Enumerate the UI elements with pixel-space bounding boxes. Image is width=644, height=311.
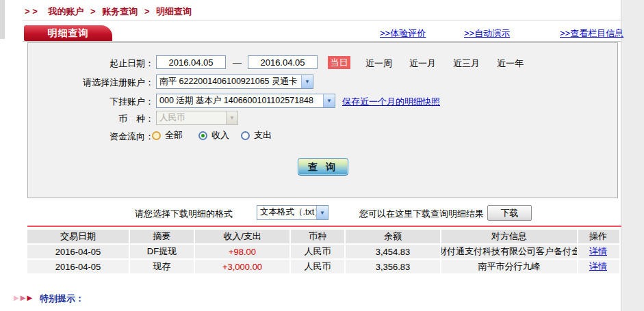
registered-account-value: 南平 6222001406100921065 灵通卡 bbox=[157, 75, 301, 88]
detail-query-page: > > 我的账户 > 账务查询 > 明细查询 明细查询 >>体验评价 >>自动演… bbox=[0, 0, 644, 311]
notice-arrows-icon: ▶▶▶ bbox=[14, 294, 34, 301]
link-auto-demo[interactable]: >>自动演示 bbox=[464, 27, 510, 40]
tab-detail-query[interactable]: 明细查询 bbox=[24, 25, 112, 41]
tab-label: 明细查询 bbox=[48, 27, 89, 38]
header-balance: 余额 bbox=[346, 230, 441, 243]
header-date: 交易日期 bbox=[27, 230, 130, 243]
breadcrumb-divider bbox=[23, 20, 621, 21]
quick-range-year[interactable]: 近一年 bbox=[497, 57, 524, 70]
sub-account-select[interactable]: 000 活期 基本户 1406600101102571848 ▼ bbox=[156, 94, 335, 108]
cell-date: 2016-04-05 bbox=[27, 245, 130, 258]
breadcrumb: > > 我的账户 > 账务查询 > 明细查询 bbox=[25, 5, 192, 18]
radio-icon bbox=[152, 131, 161, 140]
detail-link[interactable]: 详情 bbox=[589, 245, 607, 258]
date-from-input[interactable] bbox=[156, 55, 226, 69]
date-range-separator: — bbox=[233, 57, 242, 68]
radio-flow-expense[interactable]: 支出 bbox=[241, 129, 272, 141]
tab-divider bbox=[23, 41, 621, 42]
results-table: 交易日期 摘要 收入/支出 币种 余额 对方信息 操作 2016-04-05 D… bbox=[27, 230, 619, 275]
date-to-input[interactable] bbox=[248, 55, 318, 69]
save-snapshot-link[interactable]: 保存近一个月的明细快照 bbox=[342, 96, 440, 108]
currency-value: 人民币 bbox=[157, 111, 226, 124]
dropdown-arrow-icon: ▼ bbox=[323, 94, 335, 107]
page-right-gutter bbox=[621, 0, 644, 311]
cell-date: 2016-04-05 bbox=[27, 260, 130, 273]
date-range-label: 起止日期： bbox=[28, 57, 154, 70]
quick-range-today[interactable]: 当日 bbox=[328, 56, 350, 69]
radio-flow-income[interactable]: 收入 bbox=[198, 129, 229, 141]
breadcrumb-link-detail-query[interactable]: 明细查询 bbox=[156, 6, 192, 16]
cell-balance: 3,454.83 bbox=[346, 245, 441, 258]
download-format-select[interactable]: 文本格式（.txt） ▼ bbox=[257, 205, 329, 220]
dropdown-arrow-icon: ▼ bbox=[301, 75, 313, 88]
header-counterparty: 对方信息 bbox=[441, 230, 578, 243]
cell-amount: +3,000.00 bbox=[195, 260, 291, 273]
sub-account-label: 下挂账户： bbox=[28, 96, 154, 108]
table-top-divider bbox=[27, 226, 621, 227]
radio-icon bbox=[241, 131, 250, 140]
radio-flow-all[interactable]: 全部 bbox=[152, 129, 183, 141]
quick-range-quarter[interactable]: 近三月 bbox=[453, 57, 480, 70]
dropdown-arrow-icon: ▼ bbox=[226, 111, 237, 124]
cell-balance: 3,356.83 bbox=[346, 260, 441, 273]
currency-select: 人民币 ▼ bbox=[156, 111, 238, 125]
header-summary: 摘要 bbox=[130, 230, 195, 243]
currency-label: 币 种： bbox=[28, 113, 154, 125]
link-experience-rating[interactable]: >>体验评价 bbox=[380, 27, 426, 40]
link-view-column-info[interactable]: >>查看栏目信息 bbox=[560, 27, 623, 40]
cell-counterparty: 南平市分行九峰 bbox=[441, 260, 578, 273]
cell-summary: DF提现 bbox=[130, 245, 195, 258]
cell-currency: 人民币 bbox=[291, 245, 346, 258]
fund-flow-label: 资金流向： bbox=[28, 131, 154, 143]
table-row: 2016-04-05 DF提现 +98.00 人民币 3,454.83 财付通支… bbox=[27, 245, 619, 258]
table-header-row: 交易日期 摘要 收入/支出 币种 余额 对方信息 操作 bbox=[27, 230, 619, 243]
detail-link[interactable]: 详情 bbox=[589, 260, 607, 273]
radio-label: 全部 bbox=[165, 129, 183, 141]
download-format-select-wrap: 文本格式（.txt） ▼ bbox=[257, 205, 329, 220]
download-hint: 您可以在这里下载查询明细结果 bbox=[359, 208, 484, 220]
cell-currency: 人民币 bbox=[291, 260, 346, 273]
radio-label: 支出 bbox=[254, 129, 272, 141]
cell-amount: +98.00 bbox=[195, 245, 291, 258]
table-row: 2016-04-05 现存 +3,000.00 人民币 3,356.83 南平市… bbox=[27, 260, 619, 273]
download-format-label: 请您选择下载明细的格式 bbox=[135, 208, 233, 220]
quick-range-month[interactable]: 近一月 bbox=[409, 57, 436, 70]
quick-range-week[interactable]: 近一周 bbox=[365, 57, 392, 70]
header-currency: 币种 bbox=[291, 230, 346, 243]
breadcrumb-link-account-inquiry[interactable]: 账务查询 bbox=[102, 6, 138, 16]
dropdown-arrow-icon: ▼ bbox=[316, 206, 328, 219]
radio-checked-icon bbox=[198, 131, 207, 140]
download-button[interactable]: 下载 bbox=[487, 205, 532, 221]
query-button[interactable]: 查 询 bbox=[298, 158, 348, 176]
radio-label: 收入 bbox=[211, 129, 229, 141]
header-action: 操作 bbox=[578, 230, 618, 243]
breadcrumb-prefix: > > bbox=[25, 6, 38, 16]
registered-account-label: 请选择注册账户： bbox=[28, 77, 154, 89]
special-notice-label: 特别提示： bbox=[40, 293, 84, 305]
cell-summary: 现存 bbox=[130, 260, 195, 273]
registered-account-select[interactable]: 南平 6222001406100921065 灵通卡 ▼ bbox=[156, 75, 313, 89]
header-amount: 收入/支出 bbox=[195, 230, 291, 243]
sub-account-value: 000 活期 基本户 1406600101102571848 bbox=[157, 94, 323, 107]
download-format-value: 文本格式（.txt） bbox=[257, 206, 316, 219]
page-left-edge bbox=[0, 0, 5, 39]
cell-counterparty: 财付通支付科技有限公司客户备付金 bbox=[441, 245, 578, 258]
breadcrumb-link-my-account[interactable]: 我的账户 bbox=[48, 6, 83, 16]
